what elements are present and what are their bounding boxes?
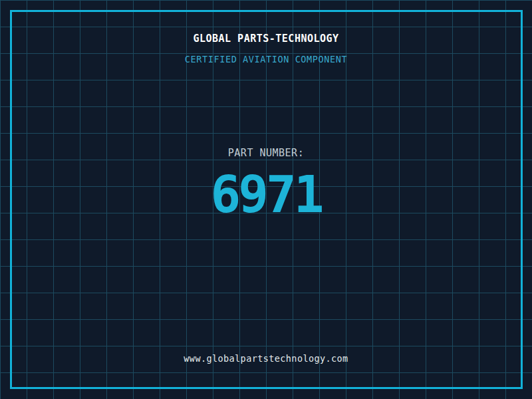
part-number-value: 6971 (0, 170, 532, 220)
certification-subtitle: CERTIFIED AVIATION COMPONENT (0, 54, 532, 65)
company-title: GLOBAL PARTS-TECHNOLOGY (0, 33, 532, 45)
website-url: www.globalpartstechnology.com (0, 353, 532, 364)
part-number-label: PART NUMBER: (0, 147, 532, 159)
